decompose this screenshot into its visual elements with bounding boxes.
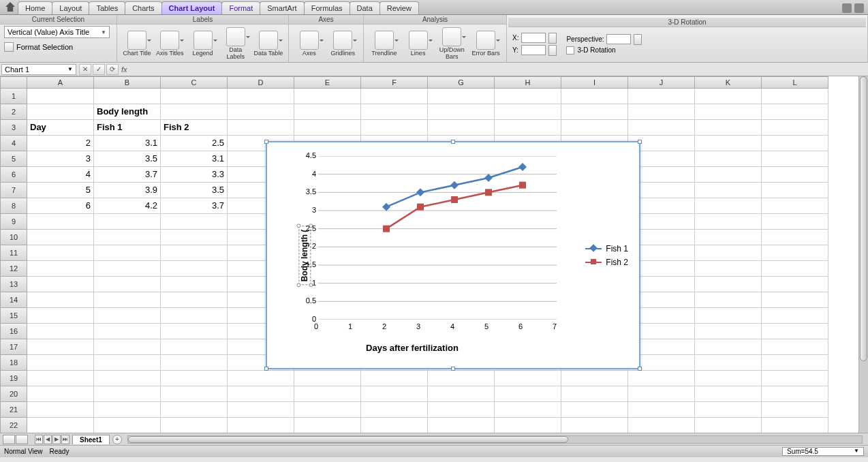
cell[interactable]: [94, 402, 161, 418]
cell[interactable]: [361, 386, 428, 402]
tab-tables[interactable]: Tables: [89, 1, 125, 14]
cell[interactable]: [94, 308, 161, 324]
cell[interactable]: [228, 89, 294, 104]
cell[interactable]: [695, 339, 762, 355]
cell[interactable]: [428, 402, 495, 418]
cell[interactable]: [94, 386, 161, 402]
cell[interactable]: [695, 198, 762, 214]
legend-button[interactable]: Legend: [187, 31, 218, 57]
cell[interactable]: [495, 371, 561, 386]
cell[interactable]: Body length: [94, 104, 161, 120]
cell[interactable]: [628, 104, 695, 120]
cell[interactable]: [361, 418, 428, 433]
cell[interactable]: [161, 245, 228, 261]
tab-formulas[interactable]: Formulas: [304, 1, 350, 14]
column-header[interactable]: K: [695, 76, 762, 89]
row-header[interactable]: 1: [0, 89, 27, 104]
cell[interactable]: [294, 104, 361, 120]
cell[interactable]: [27, 339, 94, 355]
rot-3d-checkbox[interactable]: [566, 46, 574, 55]
cell[interactable]: 4.2: [94, 198, 161, 214]
plot-area[interactable]: [318, 156, 557, 320]
cell[interactable]: [561, 402, 628, 418]
cell[interactable]: [361, 371, 428, 386]
cell[interactable]: [27, 371, 94, 386]
cell[interactable]: [294, 386, 361, 402]
row-header[interactable]: 16: [0, 324, 27, 339]
cell[interactable]: [161, 230, 228, 245]
cell[interactable]: [495, 402, 561, 418]
cell[interactable]: [27, 324, 94, 339]
cell[interactable]: [561, 89, 628, 104]
rot-x-input[interactable]: [521, 33, 546, 43]
cell[interactable]: [695, 402, 762, 418]
cell[interactable]: [762, 230, 828, 245]
row-header[interactable]: 20: [0, 386, 27, 402]
horizontal-scrollbar[interactable]: [127, 435, 863, 444]
cell[interactable]: [27, 214, 94, 230]
cell[interactable]: [695, 418, 762, 433]
cell[interactable]: [94, 261, 161, 277]
first-sheet-button[interactable]: ⏮: [35, 435, 43, 444]
last-sheet-button[interactable]: ⏭: [61, 435, 69, 444]
resize-handle[interactable]: [264, 367, 268, 371]
cell[interactable]: [94, 418, 161, 433]
resize-handle[interactable]: [264, 140, 268, 144]
resize-handle[interactable]: [638, 367, 642, 371]
row-header[interactable]: 9: [0, 214, 27, 230]
cell[interactable]: 3.7: [161, 198, 228, 214]
cell[interactable]: [361, 89, 428, 104]
row-header[interactable]: 10: [0, 230, 27, 245]
cell[interactable]: [228, 402, 294, 418]
cell[interactable]: [695, 214, 762, 230]
cell[interactable]: [27, 104, 94, 120]
cell[interactable]: [161, 339, 228, 355]
resize-handle[interactable]: [451, 140, 455, 144]
column-header[interactable]: C: [161, 76, 228, 89]
row-header[interactable]: 14: [0, 292, 27, 308]
row-header[interactable]: 12: [0, 261, 27, 277]
cell[interactable]: [495, 104, 561, 120]
vertical-scrollbar[interactable]: [858, 76, 868, 433]
cell[interactable]: [495, 386, 561, 402]
accept-formula-button[interactable]: ✓: [93, 64, 105, 75]
lines-button[interactable]: Lines: [402, 31, 435, 57]
cell[interactable]: [294, 418, 361, 433]
cell[interactable]: Fish 2: [161, 120, 228, 136]
chart-legend[interactable]: Fish 1 Fish 2: [585, 240, 628, 271]
cell[interactable]: [695, 151, 762, 167]
cell[interactable]: [695, 386, 762, 402]
cell[interactable]: [294, 89, 361, 104]
cell[interactable]: [762, 120, 828, 136]
cell[interactable]: [628, 386, 695, 402]
row-header[interactable]: 21: [0, 402, 27, 418]
cell[interactable]: [94, 355, 161, 371]
cell[interactable]: [161, 386, 228, 402]
cell[interactable]: [161, 308, 228, 324]
cell[interactable]: [561, 104, 628, 120]
cell[interactable]: [762, 277, 828, 292]
cell[interactable]: 3.7: [94, 167, 161, 183]
cell[interactable]: [561, 371, 628, 386]
cell[interactable]: 3.1: [161, 151, 228, 167]
cell[interactable]: [762, 245, 828, 261]
cell[interactable]: [161, 418, 228, 433]
cell[interactable]: [628, 89, 695, 104]
data-labels-button[interactable]: Data Labels: [220, 27, 251, 61]
cell[interactable]: [161, 277, 228, 292]
cell[interactable]: [27, 230, 94, 245]
row-header[interactable]: 7: [0, 183, 27, 198]
gear-icon[interactable]: [854, 3, 864, 13]
cell[interactable]: [428, 418, 495, 433]
cell[interactable]: [695, 230, 762, 245]
cell[interactable]: [628, 418, 695, 433]
cell[interactable]: [695, 308, 762, 324]
cell[interactable]: 3.3: [161, 167, 228, 183]
name-box[interactable]: Chart 1 ▼: [1, 64, 76, 75]
row-header[interactable]: 5: [0, 151, 27, 167]
cell[interactable]: 3.1: [94, 136, 161, 151]
cancel-formula-button[interactable]: ✕: [79, 64, 91, 75]
gridlines-button[interactable]: Gridlines: [327, 31, 360, 57]
cell[interactable]: [695, 104, 762, 120]
chart-element-dropdown[interactable]: Vertical (Value) Axis Title ▼: [4, 26, 110, 38]
